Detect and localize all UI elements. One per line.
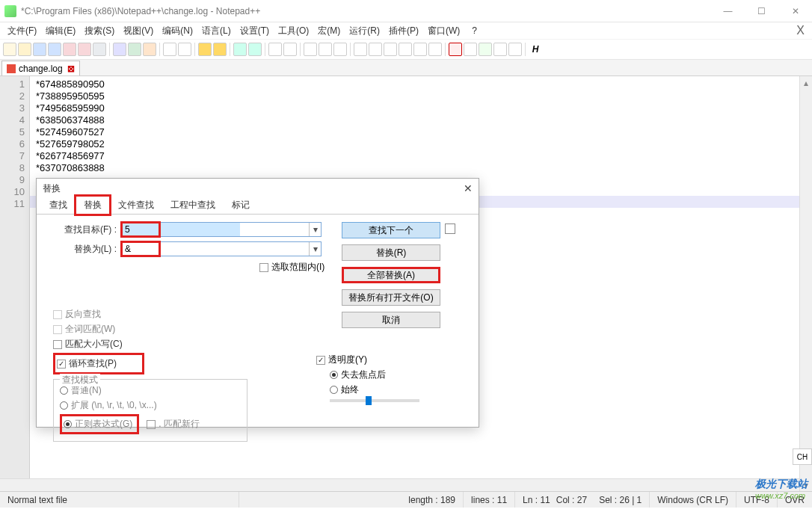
indent-guide-icon[interactable] xyxy=(333,43,347,56)
menu-language[interactable]: 语言(L) xyxy=(197,25,236,37)
mode-normal-radio[interactable] xyxy=(60,386,68,395)
cut-icon[interactable] xyxy=(113,43,126,56)
record-macro-icon[interactable] xyxy=(449,43,462,56)
vertical-scrollbar[interactable]: ▴ ▾ xyxy=(799,76,812,491)
tab-find-in-projects[interactable]: 工程中查找 xyxy=(162,196,224,215)
doc-map-icon[interactable] xyxy=(369,43,382,56)
close-file-icon[interactable] xyxy=(63,43,76,56)
func-list-icon[interactable] xyxy=(399,43,412,56)
undo-icon[interactable] xyxy=(163,43,176,56)
menu-tools[interactable]: 工具(O) xyxy=(274,25,313,37)
file-tab[interactable]: change.log ⊠ xyxy=(1,61,80,75)
save-all-icon[interactable] xyxy=(48,43,61,56)
zoom-in-icon[interactable] xyxy=(233,43,247,56)
copy-icon[interactable] xyxy=(128,43,141,56)
toolbar-separator xyxy=(525,43,526,56)
status-encoding[interactable]: UTF-8 xyxy=(736,492,778,508)
dropdown-icon[interactable]: ▾ xyxy=(309,223,321,236)
find-input-rest[interactable] xyxy=(159,223,309,236)
slider-thumb[interactable] xyxy=(366,396,372,405)
dot-newline-checkbox[interactable] xyxy=(147,420,156,429)
lang-icon[interactable] xyxy=(354,43,367,56)
close-all-icon[interactable] xyxy=(78,43,91,56)
find-icon[interactable] xyxy=(198,43,212,56)
horizontal-scrollbar[interactable] xyxy=(0,478,799,491)
save-macro-icon[interactable] xyxy=(508,43,522,56)
menu-file[interactable]: 文件(F) xyxy=(3,25,41,37)
sync-v-icon[interactable] xyxy=(268,43,282,56)
toolbar-separator xyxy=(350,43,351,56)
menu-encoding[interactable]: 编码(N) xyxy=(158,25,197,37)
wrap-around-checkbox[interactable] xyxy=(57,360,66,369)
two-button-mode-checkbox[interactable] xyxy=(445,223,455,234)
replace-combo[interactable]: ▾ xyxy=(121,241,322,256)
menu-help[interactable]: ? xyxy=(467,25,482,36)
monitoring-icon[interactable] xyxy=(428,43,442,56)
file-tab-label: change.log xyxy=(19,64,63,74)
tab-find-in-files[interactable]: 文件查找 xyxy=(110,196,162,215)
bold-h-icon[interactable]: H xyxy=(529,43,542,56)
status-eol[interactable]: Windows (CR LF) xyxy=(650,492,736,508)
zoom-out-icon[interactable] xyxy=(248,43,262,56)
dialog-close-icon[interactable]: ✕ xyxy=(464,182,473,194)
replace-all-open-button[interactable]: 替换所有打开文件(O) xyxy=(342,289,440,306)
match-case-checkbox[interactable] xyxy=(53,340,62,349)
menu-run[interactable]: 运行(R) xyxy=(345,25,384,37)
maximize-button[interactable]: ☐ xyxy=(745,0,778,22)
trans-always-radio[interactable] xyxy=(330,386,338,394)
selection-only-label: 选取范围内(I) xyxy=(271,261,325,274)
all-chars-icon[interactable] xyxy=(319,43,332,56)
scroll-up-icon[interactable]: ▴ xyxy=(800,76,812,89)
menu-settings[interactable]: 设置(T) xyxy=(236,25,274,37)
tab-replace[interactable]: 替换 xyxy=(76,196,110,215)
search-mode-group: 查找模式 普通(N) 扩展 (\n, \r, \t, \0, \x...) 正则… xyxy=(53,379,247,442)
selection-only-checkbox[interactable] xyxy=(259,263,268,272)
ime-badge[interactable]: CH xyxy=(793,448,812,465)
paste-icon[interactable] xyxy=(143,43,156,56)
wordwrap-icon[interactable] xyxy=(304,43,317,56)
menubar-close-icon[interactable]: X xyxy=(792,24,809,37)
cancel-button[interactable]: 取消 xyxy=(342,312,440,328)
replace-input-rest[interactable] xyxy=(159,242,309,256)
replace-button[interactable]: 替换(R) xyxy=(342,244,440,261)
play-multi-icon[interactable] xyxy=(493,43,507,56)
menu-macro[interactable]: 宏(M) xyxy=(313,25,345,37)
dialog-body: 查找目标(F) : ▾ 替换为(L) : ▾ 选取范围内(I) xyxy=(37,215,479,427)
mode-extended-radio[interactable] xyxy=(60,401,68,410)
code-line: *738895950595 xyxy=(36,90,812,102)
code-line: *749568595990 xyxy=(36,102,812,114)
folder-workspace-icon[interactable] xyxy=(413,43,427,56)
minimize-button[interactable]: ― xyxy=(711,0,745,22)
transparency-checkbox[interactable] xyxy=(316,356,325,365)
transparency-slider[interactable] xyxy=(330,399,419,402)
trans-lose-focus-radio[interactable] xyxy=(330,371,338,379)
new-icon[interactable] xyxy=(3,43,16,56)
menu-plugins[interactable]: 插件(P) xyxy=(384,25,423,37)
file-tab-close-icon[interactable]: ⊠ xyxy=(67,64,75,74)
menu-edit[interactable]: 编辑(E) xyxy=(41,25,80,37)
tab-find[interactable]: 查找 xyxy=(41,196,76,215)
menu-search[interactable]: 搜索(S) xyxy=(80,25,119,37)
dropdown-icon[interactable]: ▾ xyxy=(309,242,321,256)
redo-icon[interactable] xyxy=(178,43,191,56)
print-icon[interactable] xyxy=(93,43,106,56)
status-ovr[interactable]: OVR xyxy=(778,492,812,508)
mode-regex-radio[interactable] xyxy=(64,420,72,428)
tab-mark[interactable]: 标记 xyxy=(224,196,258,215)
dot-newline-label: . 匹配新行 xyxy=(159,418,200,431)
menu-window[interactable]: 窗口(W) xyxy=(423,25,464,37)
toolbar: H xyxy=(0,39,812,60)
find-combo[interactable]: ▾ xyxy=(121,222,322,237)
sync-h-icon[interactable] xyxy=(283,43,297,56)
stop-macro-icon[interactable] xyxy=(464,43,477,56)
close-button[interactable]: ✕ xyxy=(778,0,812,22)
play-macro-icon[interactable] xyxy=(479,43,492,56)
replace-icon[interactable] xyxy=(213,43,227,56)
save-icon[interactable] xyxy=(33,43,46,56)
open-icon[interactable] xyxy=(18,43,31,56)
scroll-down-icon[interactable]: ▾ xyxy=(800,478,812,491)
find-next-button[interactable]: 查找下一个 xyxy=(342,222,440,238)
menu-view[interactable]: 视图(V) xyxy=(119,25,158,37)
doc-list-icon[interactable] xyxy=(384,43,397,56)
replace-all-button[interactable]: 全部替换(A) xyxy=(342,267,440,283)
